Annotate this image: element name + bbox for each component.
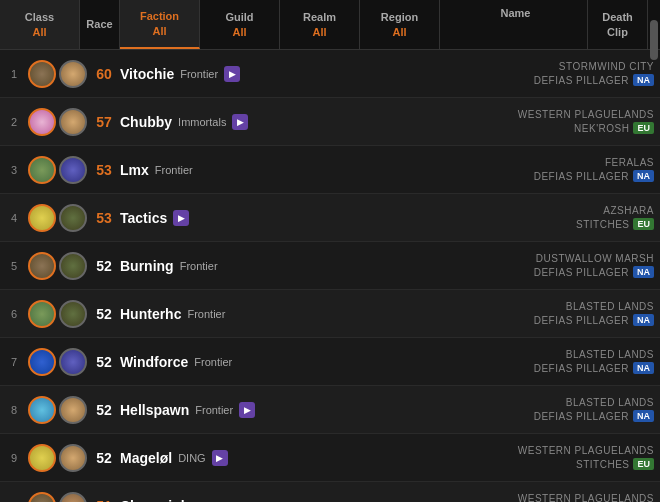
header-class[interactable]: Class All — [0, 0, 80, 49]
table-row[interactable]: 6 52 Hunterhc Frontier BLASTED LANDS DEF… — [0, 290, 660, 338]
guild-tag: Immortals — [178, 116, 226, 128]
faction-label: Faction — [140, 9, 179, 23]
realm-group: DEFIAS PILLAGER NA — [534, 410, 654, 422]
header-race[interactable]: Race — [80, 0, 120, 49]
player-name[interactable]: Chubby — [120, 114, 172, 130]
player-name[interactable]: Mageløl — [120, 450, 172, 466]
header-death-clip[interactable]: Death Clip — [588, 0, 648, 49]
table-row[interactable]: 3 53 Lmx Frontier FERALAS DEFIAS PILLAGE… — [0, 146, 660, 194]
player-name[interactable]: Lmx — [120, 162, 149, 178]
realm-group: DEFIAS PILLAGER NA — [534, 170, 654, 182]
twitch-icon[interactable]: ▶ — [173, 210, 189, 226]
level-cell: 53 — [88, 162, 120, 178]
avatar-group — [28, 108, 88, 136]
header-faction[interactable]: Faction All — [120, 0, 200, 49]
header-name[interactable]: Name — [440, 0, 588, 49]
race-avatar — [59, 60, 87, 88]
header-row: Class All Race Faction All Guild All Rea… — [0, 0, 660, 50]
level-cell: 57 — [88, 114, 120, 130]
realm-all: All — [312, 25, 326, 39]
realm-group: NEK'ROSH EU — [574, 122, 654, 134]
avatar-group — [28, 348, 88, 376]
region-label: Region — [381, 10, 418, 24]
class-avatar — [28, 252, 56, 280]
zone-name: WESTERN PLAGUELANDS — [518, 445, 654, 456]
name-group: Vitochie Frontier ▶ — [120, 66, 440, 82]
rank-cell: 3 — [0, 164, 28, 176]
guild-tag: DING — [178, 452, 206, 464]
realm-name: DEFIAS PILLAGER — [534, 267, 629, 278]
realm-group: STITCHES EU — [576, 218, 654, 230]
table-row[interactable]: 7 52 Windforce Frontier BLASTED LANDS DE… — [0, 338, 660, 386]
twitch-icon[interactable]: ▶ — [224, 66, 240, 82]
player-name[interactable]: Burning — [120, 258, 174, 274]
player-name[interactable]: Windforce — [120, 354, 188, 370]
twitch-icon[interactable]: ▶ — [212, 450, 228, 466]
player-name[interactable]: Hunterhc — [120, 306, 181, 322]
clip-label: Clip — [607, 25, 628, 39]
header-region[interactable]: Region All — [360, 0, 440, 49]
table-row[interactable]: 5 52 Burning Frontier DUSTWALLOW MARSH D… — [0, 242, 660, 290]
level-cell: 52 — [88, 354, 120, 370]
header-guild[interactable]: Guild All — [200, 0, 280, 49]
region-badge: NA — [633, 170, 654, 182]
guild-label: Guild — [225, 10, 253, 24]
avatar-group — [28, 204, 88, 232]
death-label: Death — [602, 10, 633, 24]
race-label: Race — [86, 17, 112, 31]
realm-group: DEFIAS PILLAGER NA — [534, 314, 654, 326]
location-group: WESTERN PLAGUELANDS NEK'ROSH EU — [440, 109, 660, 134]
race-avatar — [59, 300, 87, 328]
twitch-icon[interactable]: ▶ — [232, 114, 248, 130]
rank-cell: 4 — [0, 212, 28, 224]
location-group: WESTERN PLAGUELANDS STITCHES EU — [440, 445, 660, 470]
race-avatar — [59, 444, 87, 472]
region-badge: NA — [633, 266, 654, 278]
realm-name: DEFIAS PILLAGER — [534, 411, 629, 422]
guild-tag: Frontier — [155, 164, 193, 176]
rank-cell: 2 — [0, 116, 28, 128]
region-all: All — [392, 25, 406, 39]
level-cell: 52 — [88, 258, 120, 274]
level-cell: 51 — [88, 498, 120, 503]
region-badge: EU — [633, 122, 654, 134]
location-group: AZSHARA STITCHES EU — [440, 205, 660, 230]
player-name[interactable]: Tactics — [120, 210, 167, 226]
guild-tag: Frontier — [180, 260, 218, 272]
rank-cell: 6 — [0, 308, 28, 320]
name-group: Hunterhc Frontier — [120, 306, 440, 322]
avatar-group — [28, 156, 88, 184]
table-row[interactable]: 10 51 Chumpjohn WESTERN PLAGUELANDS SKUL… — [0, 482, 660, 502]
player-name[interactable]: Vitochie — [120, 66, 174, 82]
class-avatar — [28, 60, 56, 88]
class-avatar — [28, 156, 56, 184]
rank-cell: 8 — [0, 404, 28, 416]
table-row[interactable]: 1 60 Vitochie Frontier ▶ STORMWIND CITY … — [0, 50, 660, 98]
zone-name: AZSHARA — [603, 205, 654, 216]
location-group: DUSTWALLOW MARSH DEFIAS PILLAGER NA — [440, 253, 660, 278]
scrollbar-thumb[interactable] — [650, 20, 658, 60]
zone-name: BLASTED LANDS — [566, 397, 654, 408]
table-row[interactable]: 8 52 Hellspawn Frontier ▶ BLASTED LANDS … — [0, 386, 660, 434]
table-row[interactable]: 9 52 Mageløl DING ▶ WESTERN PLAGUELANDS … — [0, 434, 660, 482]
realm-name: DEFIAS PILLAGER — [534, 171, 629, 182]
zone-name: DUSTWALLOW MARSH — [536, 253, 654, 264]
rank-cell: 7 — [0, 356, 28, 368]
class-avatar — [28, 396, 56, 424]
name-group: Chumpjohn — [120, 498, 440, 503]
twitch-icon[interactable]: ▶ — [239, 402, 255, 418]
region-badge: NA — [633, 314, 654, 326]
location-group: BLASTED LANDS DEFIAS PILLAGER NA — [440, 397, 660, 422]
name-group: Chubby Immortals ▶ — [120, 114, 440, 130]
header-realm[interactable]: Realm All — [280, 0, 360, 49]
player-name[interactable]: Chumpjohn — [120, 498, 198, 503]
level-cell: 52 — [88, 402, 120, 418]
class-label: Class — [25, 10, 54, 24]
guild-tag: Frontier — [187, 308, 225, 320]
player-name[interactable]: Hellspawn — [120, 402, 189, 418]
name-group: Tactics ▶ — [120, 210, 440, 226]
realm-name: NEK'ROSH — [574, 123, 629, 134]
table-row[interactable]: 4 53 Tactics ▶ AZSHARA STITCHES EU — [0, 194, 660, 242]
table-row[interactable]: 2 57 Chubby Immortals ▶ WESTERN PLAGUELA… — [0, 98, 660, 146]
realm-label: Realm — [303, 10, 336, 24]
